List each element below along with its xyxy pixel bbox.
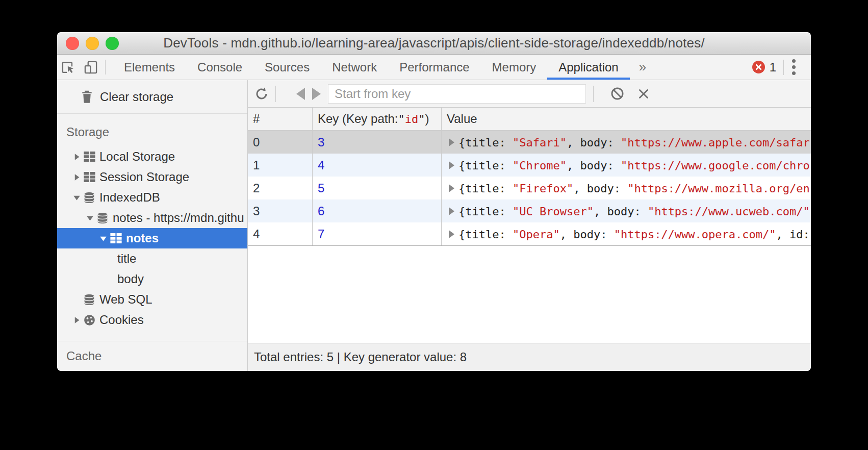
arrow-spacer: [70, 296, 83, 304]
cookie-icon: [83, 314, 96, 326]
object-preview: {title: "Safari", body: "https://www.app…: [458, 135, 810, 149]
sidebar-item-label: Session Storage: [99, 170, 189, 184]
table-row[interactable]: 1 4 {title: "Chrome", body: "https://www…: [248, 154, 811, 177]
toggle-device-toolbar-button[interactable]: [80, 55, 102, 80]
minimize-window-button[interactable]: [86, 37, 99, 50]
storage-section-header: Storage: [57, 114, 247, 146]
datagrid-footer: Total entries: 5 | Key generator value: …: [248, 343, 811, 371]
sidebar-item-notes-object-store[interactable]: notes: [57, 228, 247, 248]
database-icon: [83, 192, 96, 204]
object-preview: {title: "Opera", body: "https://www.oper…: [458, 227, 810, 241]
devtools-tabbar: Elements Console Sources Network Perform…: [57, 55, 811, 80]
clear-storage-item[interactable]: Clear storage: [57, 80, 247, 114]
tab-performance[interactable]: Performance: [388, 55, 480, 80]
sidebar-item-session-storage[interactable]: Session Storage: [57, 167, 247, 187]
toolbar-divider: [593, 86, 594, 102]
sidebar-item-label: notes: [126, 231, 159, 245]
table-row[interactable]: 4 7 {title: "Opera", body: "https://www.…: [248, 222, 811, 245]
customize-menu-button[interactable]: [784, 59, 804, 75]
sidebar-item-label: IndexedDB: [99, 190, 160, 205]
titlebar: DevTools - mdn.github.io/learning-area/j…: [57, 32, 811, 55]
devtools-window: DevTools - mdn.github.io/learning-area/j…: [57, 32, 811, 371]
row-index-cell: 0: [248, 131, 313, 154]
object-preview: {title: "Chrome", body: "https://www.goo…: [458, 158, 810, 172]
sidebar-item-cookies[interactable]: Cookies: [57, 310, 247, 330]
sidebar-item-indexeddb[interactable]: IndexedDB: [57, 187, 247, 208]
row-value-cell: {title: "Firefox", body: "https://www.mo…: [442, 177, 811, 199]
sidebar-item-label: notes - https://mdn.githu: [113, 211, 244, 225]
row-key-cell: 7: [313, 222, 442, 245]
delete-selected-button[interactable]: [630, 87, 657, 101]
expand-object-icon[interactable]: [449, 161, 454, 169]
sidebar-item-local-storage[interactable]: Local Storage: [57, 146, 247, 167]
device-toolbar-icon: [84, 60, 98, 74]
sidebar-item-label: body: [117, 272, 144, 286]
datagrid-toolbar: [248, 80, 811, 108]
chevron-down-icon[interactable]: [97, 235, 109, 242]
key-path-value: id: [405, 113, 419, 126]
storage-tree: Local Storage Session Storage IndexedDB: [57, 146, 247, 330]
key-header-text: Key (Key path:: [318, 112, 398, 126]
indexeddb-datagrid-panel: # Key (Key path: "id") Value 0 3 {title:…: [248, 80, 811, 371]
more-tabs-chevron[interactable]: »: [630, 55, 655, 80]
sidebar-item-label: Local Storage: [99, 149, 175, 164]
row-key-cell: 6: [313, 199, 442, 222]
expand-object-icon[interactable]: [449, 184, 454, 192]
clear-object-store-button[interactable]: [604, 86, 630, 101]
traffic-lights: [66, 32, 119, 54]
database-icon: [96, 212, 109, 224]
next-page-icon[interactable]: [312, 88, 321, 100]
refresh-button[interactable]: [248, 86, 275, 102]
chevron-right-icon[interactable]: [70, 316, 83, 324]
table-icon: [83, 152, 96, 162]
row-key-cell: 4: [313, 154, 442, 177]
cache-section-header: Cache: [57, 349, 101, 363]
inspect-element-button[interactable]: [57, 55, 80, 80]
expand-object-icon[interactable]: [449, 138, 454, 146]
expand-object-icon[interactable]: [449, 230, 454, 238]
sidebar-item-label: Cookies: [99, 313, 144, 327]
devtools-content: Clear storage Storage Local Storage Sess…: [57, 80, 811, 371]
sidebar-item-index-title[interactable]: title: [57, 248, 247, 269]
close-window-button[interactable]: [66, 37, 79, 50]
table-row[interactable]: 3 6 {title: "UC Browser", body: "https:/…: [248, 199, 811, 222]
expand-object-icon[interactable]: [449, 207, 454, 215]
tab-elements[interactable]: Elements: [113, 55, 186, 80]
page-navigation: [296, 88, 321, 100]
start-from-key-input[interactable]: [328, 84, 586, 104]
key-path-quote: ": [398, 113, 404, 126]
previous-page-icon[interactable]: [296, 88, 305, 100]
chevron-right-icon[interactable]: [70, 173, 83, 181]
table-row[interactable]: 2 5 {title: "Firefox", body: "https://ww…: [248, 177, 811, 199]
trash-icon: [82, 90, 92, 103]
chevron-right-icon[interactable]: [70, 153, 83, 161]
sidebar-item-notes-database[interactable]: notes - https://mdn.githu: [57, 208, 247, 228]
error-count[interactable]: 1: [770, 60, 776, 74]
table-row[interactable]: 0 3 {title: "Safari", body: "https://www…: [248, 131, 811, 154]
sidebar-item-index-body[interactable]: body: [57, 269, 247, 289]
refresh-icon: [254, 86, 269, 102]
zoom-window-button[interactable]: [106, 37, 119, 50]
row-value-cell: {title: "Opera", body: "https://www.oper…: [442, 222, 811, 245]
block-icon: [610, 86, 625, 101]
datagrid-empty-area: [248, 246, 811, 343]
tabbar-right-controls: 1: [752, 55, 811, 80]
chevron-down-icon[interactable]: [84, 215, 96, 221]
tab-memory[interactable]: Memory: [481, 55, 548, 80]
key-header-text: ): [425, 112, 429, 126]
cache-section: Cache: [57, 341, 247, 371]
row-value-cell: {title: "UC Browser", body: "https://www…: [442, 199, 811, 222]
tab-console[interactable]: Console: [186, 55, 253, 80]
tab-network[interactable]: Network: [321, 55, 388, 80]
tab-application[interactable]: Application: [547, 55, 629, 80]
object-preview: {title: "UC Browser", body: "https://www…: [458, 204, 810, 218]
sidebar-item-web-sql[interactable]: Web SQL: [57, 289, 247, 310]
tab-sources[interactable]: Sources: [253, 55, 321, 80]
row-index-cell: 2: [248, 177, 313, 199]
chevron-down-icon[interactable]: [70, 194, 83, 201]
row-value-cell: {title: "Safari", body: "https://www.app…: [442, 131, 811, 154]
column-header-index: #: [248, 108, 313, 130]
screenshot-stage: DevTools - mdn.github.io/learning-area/j…: [0, 0, 868, 450]
row-index-cell: 1: [248, 154, 313, 177]
error-badge-icon[interactable]: [752, 61, 765, 73]
